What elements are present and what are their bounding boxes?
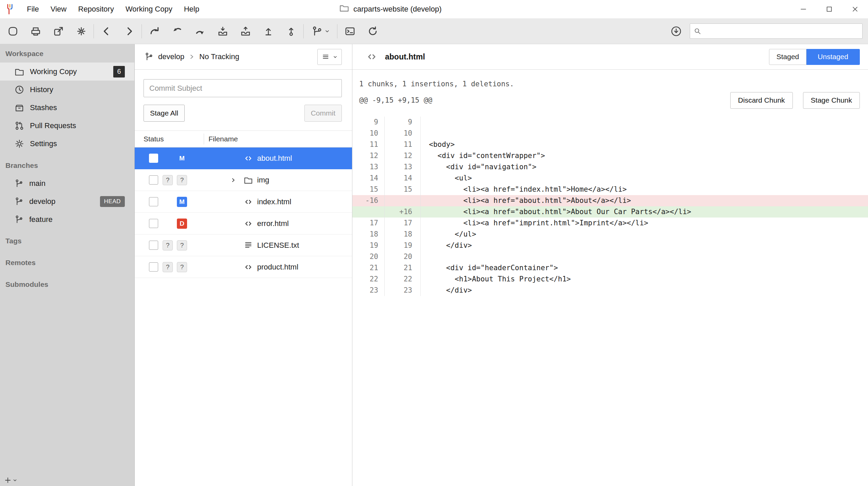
terminal-button[interactable]	[338, 21, 361, 42]
diff-line[interactable]: 2020	[352, 251, 868, 262]
diff-line[interactable]: 1717 <li><a href="imprint.html">Imprint<…	[352, 218, 868, 229]
stash-button[interactable]	[211, 21, 234, 42]
file-manager-button[interactable]	[24, 21, 47, 42]
old-line-number: 23	[352, 285, 385, 296]
panel-menu-button[interactable]	[317, 49, 342, 65]
minimize-button[interactable]	[790, 0, 816, 18]
sidebar-item-pull-requests[interactable]: Pull Requests	[0, 117, 134, 135]
create-branch-button[interactable]	[280, 21, 302, 42]
menu-repository[interactable]: Repository	[72, 0, 120, 18]
sidebar-item-settings[interactable]: Settings	[0, 135, 134, 153]
sidebar-header-tags[interactable]: Tags	[0, 232, 134, 250]
sidebar-item-stashes[interactable]: Stashes	[0, 99, 134, 117]
diff-line[interactable]: 1919 </div>	[352, 240, 868, 251]
push-button[interactable]	[188, 21, 211, 42]
commit-button[interactable]: Commit	[304, 105, 342, 122]
new-line-number: 9	[385, 117, 421, 128]
stage-checkbox[interactable]	[149, 262, 158, 272]
staged-tab[interactable]: Staged	[769, 49, 806, 65]
stage-checkbox[interactable]	[149, 197, 158, 206]
diff-line[interactable]: 1515 <li><a href="index.html">Home</a></…	[352, 184, 868, 195]
add-button[interactable]	[4, 476, 17, 484]
expand-chevron-icon[interactable]	[227, 175, 239, 185]
diff-line[interactable]: 1414 <ul>	[352, 173, 868, 184]
open-in-button[interactable]	[47, 21, 70, 42]
menu-file[interactable]: File	[21, 0, 45, 18]
sidebar-branch-feature[interactable]: feature	[0, 210, 134, 228]
new-line-number: 21	[385, 262, 421, 274]
status-unstaged: M	[177, 197, 187, 207]
menu-help[interactable]: Help	[178, 0, 205, 18]
maximize-button[interactable]	[816, 0, 842, 18]
repository-button[interactable]	[1, 21, 24, 42]
stage-chunk-button[interactable]: Stage Chunk	[803, 92, 860, 109]
chevron-right-icon	[189, 54, 195, 60]
file-row-product[interactable]: ? ? product.html	[135, 256, 352, 278]
diff-line[interactable]: 2121 <div id="headerContainer">	[352, 262, 868, 274]
old-line-number: 15	[352, 184, 385, 195]
file-row-about[interactable]: M about.html	[135, 147, 352, 169]
refresh-button[interactable]	[361, 21, 384, 42]
diff-line[interactable]: 1313 <div id="navigation">	[352, 161, 868, 173]
commit-subject-input[interactable]	[144, 79, 342, 97]
sidebar-item-working-copy[interactable]: Working Copy 6	[0, 63, 134, 81]
diff-line[interactable]: 1010	[352, 128, 868, 139]
git-flow-button[interactable]	[70, 21, 93, 42]
sidebar-header-branches[interactable]: Branches	[0, 157, 134, 174]
sidebar-header-workspace: Workspace	[0, 45, 134, 63]
sidebar-header-remotes[interactable]: Remotes	[0, 254, 134, 272]
code-text: <li><a href="index.html">Home</a></li>	[421, 184, 868, 195]
old-line-number: 12	[352, 150, 385, 161]
pop-stash-button[interactable]	[234, 21, 257, 42]
file-table-header: Status Filename	[135, 131, 352, 147]
code-file-icon	[244, 197, 253, 207]
pull-button[interactable]	[166, 21, 188, 42]
diff-line[interactable]: 1818 </ul>	[352, 229, 868, 240]
stage-all-button[interactable]: Stage All	[144, 105, 185, 122]
old-line-number: 19	[352, 240, 385, 251]
old-line-number: 22	[352, 274, 385, 285]
stage-checkbox[interactable]	[149, 219, 158, 228]
code-text: <div id="contentWrapper">	[421, 150, 868, 161]
stage-checkbox[interactable]	[149, 175, 158, 185]
sidebar-item-history[interactable]: History	[0, 81, 134, 99]
file-row-index[interactable]: M index.html	[135, 191, 352, 213]
unstaged-tab[interactable]: Unstaged	[806, 49, 860, 65]
menu-view[interactable]: View	[45, 0, 72, 18]
branch-label: feature	[29, 215, 53, 224]
file-name: about.html	[257, 154, 292, 163]
checkout-button[interactable]	[257, 21, 280, 42]
diff-line-deleted[interactable]: -16 <li><a href="about.html">About</a></…	[352, 195, 868, 206]
diff-line[interactable]: 1212 <div id="contentWrapper">	[352, 150, 868, 161]
search-input[interactable]	[704, 27, 859, 35]
diff-line[interactable]: 2222 <h1>About This Project</h1>	[352, 274, 868, 285]
tracking-status-label[interactable]: No Tracking	[199, 52, 239, 61]
old-line-number: 13	[352, 161, 385, 173]
sidebar-branch-develop[interactable]: develop HEAD	[0, 192, 134, 210]
diff-line-added[interactable]: +16 <li><a href="about.html">About Our C…	[352, 206, 868, 218]
menu-working-copy[interactable]: Working Copy	[120, 0, 178, 18]
file-row-license[interactable]: ? ? LICENSE.txt	[135, 235, 352, 256]
branch-menu-button[interactable]	[305, 21, 336, 42]
new-line-number: 14	[385, 173, 421, 184]
diff-line[interactable]: 1111<body>	[352, 139, 868, 150]
sidebar-header-submodules[interactable]: Submodules	[0, 275, 134, 294]
diff-line[interactable]: 99	[352, 117, 868, 128]
file-name: LICENSE.txt	[257, 241, 299, 250]
forward-button[interactable]	[118, 21, 140, 42]
code-text	[421, 251, 868, 262]
status-unstaged: ?	[177, 240, 187, 250]
fetch-button[interactable]	[143, 21, 166, 42]
current-branch-label[interactable]: develop	[158, 52, 184, 61]
close-button[interactable]	[842, 0, 868, 18]
code-text	[421, 128, 868, 139]
discard-chunk-button[interactable]: Discard Chunk	[730, 92, 793, 109]
back-button[interactable]	[95, 21, 118, 42]
file-row-error[interactable]: D error.html	[135, 213, 352, 235]
diff-line[interactable]: 2323 </div>	[352, 285, 868, 296]
stage-checkbox[interactable]	[149, 241, 158, 250]
sidebar-branch-main[interactable]: main	[0, 174, 134, 192]
download-updates-button[interactable]	[667, 21, 686, 42]
stage-checkbox[interactable]	[149, 154, 158, 163]
file-row-img[interactable]: ? ? img	[135, 169, 352, 191]
